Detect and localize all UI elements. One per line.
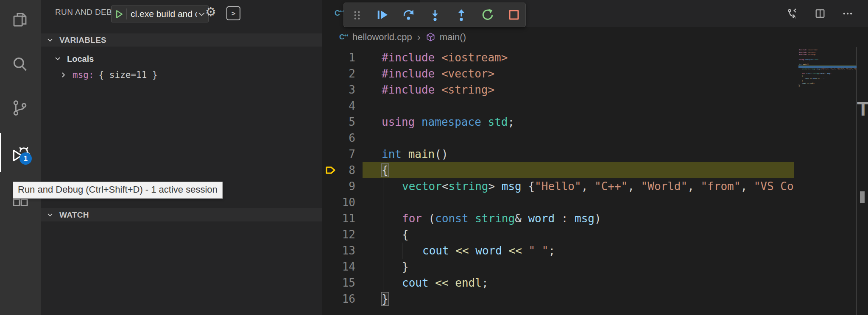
activity-bar-item-explorer[interactable] xyxy=(11,11,30,30)
code-line-12[interactable]: 12{ xyxy=(322,227,794,243)
code-editor[interactable]: 1#include <iostream>2#include <vector>3#… xyxy=(322,47,794,315)
code-token: string xyxy=(449,180,488,193)
step-into-button[interactable] xyxy=(429,8,441,21)
code-token: << xyxy=(509,244,522,257)
step-over-button[interactable] xyxy=(402,8,415,21)
code-token: ( xyxy=(422,212,435,225)
code-token: int xyxy=(382,148,402,160)
minimap[interactable]: #include <iostream>#include <vector>#inc… xyxy=(798,49,857,311)
code-token: & xyxy=(515,212,528,225)
activity-bar-item-search[interactable] xyxy=(11,55,30,74)
minimap-current-line-band xyxy=(798,66,857,68)
line-number: 11 xyxy=(322,210,355,227)
debug-current-line-highlight xyxy=(363,162,794,178)
code-text: #include <iostream> xyxy=(382,50,508,66)
watch-section-header[interactable]: WATCH xyxy=(41,208,322,221)
code-line-14[interactable]: 14} xyxy=(322,259,794,275)
code-token: msg xyxy=(502,180,522,193)
code-line-8[interactable]: 8{ xyxy=(322,162,794,178)
stop-button[interactable] xyxy=(508,8,520,21)
chevron-down-icon[interactable] xyxy=(47,212,53,218)
code-line-9[interactable]: 9vector<string> msg {"Hello", "C++", "Wo… xyxy=(322,178,794,194)
code-line-13[interactable]: 13cout << word << " "; xyxy=(322,243,794,259)
code-token: ; xyxy=(818,58,818,60)
code-line-1[interactable]: 1#include <iostream> xyxy=(322,50,794,66)
code-token: { xyxy=(522,180,535,193)
second-editor-group[interactable]: T xyxy=(857,47,868,315)
variables-section-label: VARIABLES xyxy=(59,36,106,45)
code-token: { xyxy=(402,228,409,241)
code-token: () xyxy=(435,148,448,160)
code-token: endl xyxy=(455,276,482,289)
code-token: () xyxy=(807,63,809,65)
code-line-7[interactable]: 7int main() xyxy=(322,146,794,162)
line-number: 1 xyxy=(322,50,355,66)
code-token xyxy=(415,116,421,128)
code-token: " " xyxy=(529,244,549,257)
chevron-right-icon[interactable] xyxy=(60,72,67,78)
code-line-6[interactable]: 6 xyxy=(322,130,794,146)
code-token: main xyxy=(803,63,807,65)
code-token: { xyxy=(802,75,803,77)
continue-button[interactable] xyxy=(376,8,389,21)
code-token: "Hello" xyxy=(821,68,828,70)
gear-icon[interactable]: ⚙ xyxy=(205,5,216,19)
svg-text:++: ++ xyxy=(344,33,348,38)
line-number: 3 xyxy=(322,82,355,98)
code-token xyxy=(469,244,476,257)
code-line-11[interactable]: 11for (const string& word : msg) xyxy=(322,210,794,227)
debug-session-badge: 1 xyxy=(20,152,32,165)
code-line-15[interactable]: 15cout << endl; xyxy=(322,275,794,291)
line-number: 5 xyxy=(322,114,355,130)
symbol-cube-icon xyxy=(426,32,435,42)
code-token: "from" xyxy=(846,68,852,70)
code-token: : xyxy=(555,212,575,225)
chevron-down-icon[interactable] xyxy=(47,37,53,44)
start-debug-icon[interactable] xyxy=(112,9,126,19)
code-token: <iostream> xyxy=(808,49,818,51)
code-token: const xyxy=(807,73,812,75)
variables-section-header[interactable]: VARIABLES xyxy=(41,33,322,47)
code-token: std xyxy=(488,116,508,128)
code-token: < xyxy=(442,180,449,193)
breadcrumb-symbol[interactable]: main() xyxy=(440,32,466,43)
code-line-4[interactable]: 4 xyxy=(322,98,794,114)
line-number: 9 xyxy=(322,178,355,194)
line-number: 12 xyxy=(322,227,355,243)
editor-actions xyxy=(787,8,854,19)
swap-arrows-icon[interactable] xyxy=(787,8,798,19)
code-line-16[interactable]: 16} xyxy=(322,291,794,307)
code-token: for xyxy=(402,212,422,225)
step-out-button[interactable] xyxy=(455,8,468,21)
code-token: << xyxy=(435,276,448,289)
code-line-5[interactable]: 5using namespace std; xyxy=(322,114,794,130)
split-editor-icon[interactable] xyxy=(814,8,826,19)
code-token: ) xyxy=(594,212,601,225)
chevron-down-icon[interactable] xyxy=(54,55,61,62)
code-line-10[interactable]: 10 xyxy=(322,194,794,210)
activity-bar-item-source-control[interactable] xyxy=(11,99,30,118)
code-line-3[interactable]: 3#include <string> xyxy=(322,82,794,98)
gripper-icon[interactable] xyxy=(352,9,363,20)
files-icon xyxy=(11,11,29,29)
code-token: <vector> xyxy=(441,67,494,80)
code-token: endl xyxy=(810,82,814,84)
code-token: > xyxy=(488,180,502,193)
more-actions-icon[interactable] xyxy=(842,8,854,19)
code-token xyxy=(449,276,455,289)
restart-button[interactable] xyxy=(481,8,494,21)
code-line-2[interactable]: 2#include <vector> xyxy=(322,66,794,82)
locals-group[interactable]: Locals xyxy=(41,52,322,66)
launch-config-value[interactable]: cl.exe build and c xyxy=(127,9,197,19)
debug-console-icon[interactable]: > xyxy=(226,6,240,20)
code-token: #include xyxy=(382,51,441,64)
code-token: ; xyxy=(508,116,514,128)
code-token: ; xyxy=(823,77,824,79)
right-pane-scrollbar-thumb[interactable] xyxy=(860,191,865,203)
breadcrumb-file[interactable]: helloworld.cpp xyxy=(352,32,412,43)
variable-row-msg[interactable]: msg: { size=11 } xyxy=(41,68,322,82)
code-token: , xyxy=(581,180,594,193)
launch-config-dropdown[interactable]: cl.exe build and c xyxy=(111,6,209,22)
code-token: string xyxy=(475,212,515,225)
code-token: namespace xyxy=(805,58,814,60)
